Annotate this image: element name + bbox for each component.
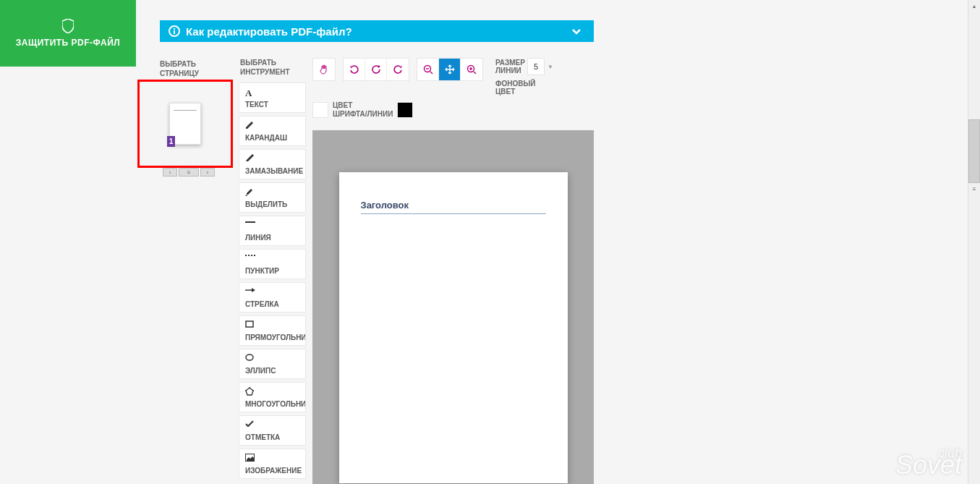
tool-text[interactable]: AТЕКСТ xyxy=(239,82,306,113)
move-icon xyxy=(445,64,455,75)
zoom-out-button[interactable] xyxy=(417,59,439,80)
help-banner-text: Как редактировать PDF-файл? xyxy=(186,25,352,38)
tool-label: ОТМЕТКА xyxy=(245,433,280,441)
tool-label: ЗАМАЗЫВАНИЕ xyxy=(245,167,303,175)
hand-icon xyxy=(319,64,329,75)
svg-point-7 xyxy=(246,354,253,360)
arrow-icon xyxy=(245,287,299,297)
page-prev-button[interactable]: ‹ xyxy=(163,168,177,177)
tool-column: ВЫБРАТЬ ИНСТРУМЕНТ AТЕКСТ КАРАНДАШ ЗАМАЗ… xyxy=(239,58,309,482)
tool-dashed[interactable]: ПУНКТИР xyxy=(239,249,306,279)
tool-label: МНОГОУГОЛЬНИК xyxy=(245,400,306,408)
zoom-in-button[interactable] xyxy=(461,59,482,80)
zoom-in-icon xyxy=(466,64,477,75)
svg-rect-2 xyxy=(174,28,175,30)
scroll-page-indicator: ≡ xyxy=(968,183,980,195)
hand-button[interactable] xyxy=(313,59,335,80)
undo-icon xyxy=(349,64,359,75)
tool-label: ТЕКСТ xyxy=(245,101,268,109)
scroll-thumb[interactable] xyxy=(968,119,980,183)
font-color-label: ЦВЕТ ШРИФТА/ЛИНИИ xyxy=(333,101,393,119)
help-banner[interactable]: Как редактировать PDF-файл? xyxy=(160,20,594,42)
tool-ellipse[interactable]: ЭЛЛИПС xyxy=(239,349,306,379)
marker-icon xyxy=(245,187,299,198)
zoom-fit-button[interactable] xyxy=(439,59,461,80)
tool-polygon[interactable]: МНОГОУГОЛЬНИК xyxy=(239,382,306,412)
tool-image[interactable]: ИЗОБРАЖЕНИЕ xyxy=(239,449,306,479)
canvas-toolbar xyxy=(312,58,490,81)
tool-pencil[interactable]: КАРАНДАШ xyxy=(239,116,306,146)
tool-label: СТРЕЛКА xyxy=(245,300,279,308)
pencil-icon xyxy=(245,121,299,131)
tool-rectangle[interactable]: ПРЯМОУГОЛЬНИК xyxy=(239,315,306,346)
text-icon: A xyxy=(245,88,299,98)
document-heading: Заголовок xyxy=(361,200,546,214)
line-size-label: РАЗМЕР ЛИНИИ xyxy=(495,59,524,75)
svg-line-13 xyxy=(430,72,433,74)
page-indicator[interactable]: ≡ xyxy=(179,168,199,177)
document-page[interactable]: Заголовок xyxy=(339,172,568,483)
tool-label: ЛИНИЯ xyxy=(245,234,271,242)
page-selector-label: ВЫБРАТЬ СТРАНИЦУ xyxy=(160,59,199,78)
svg-line-16 xyxy=(474,72,476,74)
color-swatch-black[interactable] xyxy=(397,102,413,118)
svg-point-9 xyxy=(252,390,254,391)
tool-label: ПРЯМОУГОЛЬНИК xyxy=(245,334,306,341)
protect-label: ЗАЩИТИТЬ PDF-ФАЙЛ xyxy=(16,38,120,48)
brush-icon xyxy=(245,154,299,164)
line-options: РАЗМЕР ЛИНИИ 5▼ ФОНОВЫЙ ЦВЕТ xyxy=(495,58,553,100)
ellipse-icon xyxy=(245,354,299,364)
tool-line[interactable]: ЛИНИЯ xyxy=(239,216,306,246)
polygon-icon xyxy=(245,387,299,397)
tool-label: ЭЛЛИПС xyxy=(245,367,276,375)
tool-label: КАРАНДАШ xyxy=(245,134,287,142)
refresh-button[interactable] xyxy=(365,59,387,80)
tool-check[interactable]: ОТМЕТКА xyxy=(239,415,306,446)
canvas-area[interactable]: Заголовок xyxy=(312,130,594,484)
caret-down-icon: ▼ xyxy=(547,64,553,70)
redo-button[interactable] xyxy=(387,59,409,80)
image-icon xyxy=(245,454,299,464)
bg-color-label: ФОНОВЫЙ ЦВЕТ xyxy=(495,80,536,95)
tool-label: ПУНКТИР xyxy=(245,267,279,275)
scroll-up-button[interactable]: ▴ xyxy=(968,0,980,12)
tool-arrow[interactable]: СТРЕЛКА xyxy=(239,282,306,313)
chevron-down-icon xyxy=(571,25,582,37)
rectangle-icon xyxy=(245,320,299,331)
dashed-icon xyxy=(245,254,299,264)
watermark-logo: club Sovet xyxy=(895,447,962,477)
refresh-icon xyxy=(371,64,381,75)
svg-rect-6 xyxy=(246,321,253,327)
protect-pdf-button[interactable]: ЗАЩИТИТЬ PDF-ФАЙЛ xyxy=(0,0,136,67)
page-thumbnail-highlight: 1 xyxy=(137,80,233,168)
undo-button[interactable] xyxy=(344,59,365,80)
svg-point-10 xyxy=(245,390,247,391)
page-thumbnail[interactable]: 1 xyxy=(169,103,201,145)
page-next-button[interactable]: › xyxy=(200,168,215,177)
tool-highlight[interactable]: ВЫДЕЛИТЬ xyxy=(239,182,306,213)
redo-icon xyxy=(393,64,403,75)
page-number-badge: 1 xyxy=(167,136,175,147)
tool-label: ИЗОБРАЖЕНИЕ xyxy=(245,467,302,475)
line-size-select[interactable]: 5 xyxy=(527,58,545,75)
check-icon xyxy=(245,420,299,430)
tool-column-label: ВЫБРАТЬ ИНСТРУМЕНТ xyxy=(239,58,309,77)
shield-icon xyxy=(62,19,74,33)
tool-whiteout[interactable]: ЗАМАЗЫВАНИЕ xyxy=(239,149,306,179)
svg-point-8 xyxy=(249,387,250,389)
svg-rect-1 xyxy=(174,30,175,34)
info-icon xyxy=(169,25,180,37)
page-pager: ‹ ≡ › xyxy=(163,168,215,177)
tool-label: ВЫДЕЛИТЬ xyxy=(245,200,287,208)
vertical-scrollbar[interactable]: ▴ ≡ xyxy=(968,0,980,484)
zoom-out-icon xyxy=(423,64,433,75)
color-row: ЦВЕТ ШРИФТА/ЛИНИИ xyxy=(312,101,413,119)
color-swatch-white[interactable] xyxy=(312,102,328,118)
line-icon xyxy=(245,221,299,231)
